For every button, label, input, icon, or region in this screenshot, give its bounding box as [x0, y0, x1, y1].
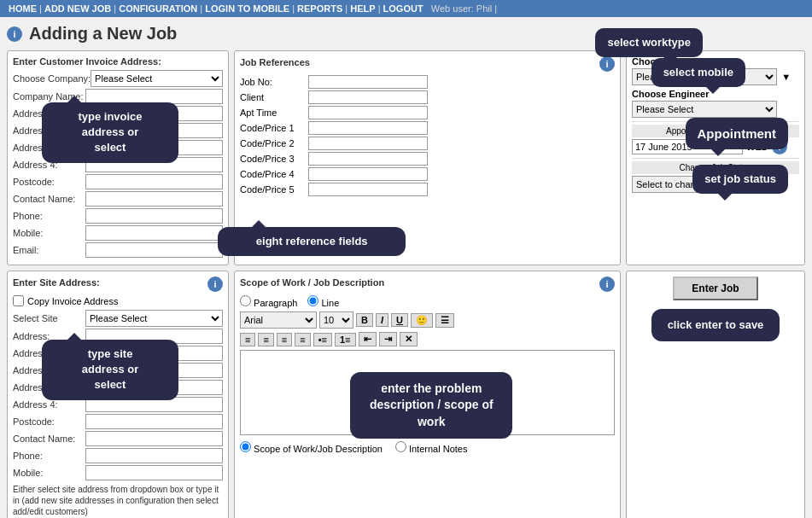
- site-address-panel: Enter Site Address: i Copy Invoice Addre…: [7, 271, 229, 518]
- enter-job-button[interactable]: Enter Job: [673, 276, 758, 300]
- codeprice4-input[interactable]: [308, 167, 428, 181]
- choose-company-select[interactable]: Please Select: [91, 70, 223, 87]
- outdent-button[interactable]: ⇤: [359, 332, 377, 346]
- internal-notes-radio[interactable]: [395, 441, 406, 452]
- codeprice3-input[interactable]: [308, 152, 428, 166]
- callout-worktype: select worktype: [595, 28, 703, 57]
- copy-invoice-label: Copy Invoice Address: [27, 296, 118, 306]
- apt-time-input[interactable]: [308, 106, 428, 119]
- site-contact-label: Contact Name:: [13, 434, 85, 444]
- scope-toolbar-row2: ≡ ≡ ≡ ≡ •≡ 1≡ ⇤ ⇥ ✕: [240, 332, 615, 346]
- scope-panel-title: Scope of Work / Job Description: [240, 277, 384, 288]
- nav-help[interactable]: HELP: [350, 3, 375, 14]
- choose-engineer-select[interactable]: Please Select: [632, 101, 777, 118]
- select-site-row: Select Site Please Select: [13, 310, 223, 327]
- callout-invoice: type invoiceaddress orselect: [42, 102, 178, 163]
- copy-invoice-checkbox[interactable]: [13, 295, 24, 306]
- customer-invoice-panel: Enter Customer Invoice Address: Choose C…: [7, 50, 229, 265]
- font-family-select[interactable]: Arial: [240, 311, 317, 329]
- page-title: Adding a New Job: [29, 24, 177, 44]
- justify-button[interactable]: ≡: [295, 333, 310, 346]
- phone-input[interactable]: [85, 208, 223, 224]
- site-contact-input[interactable]: [85, 431, 223, 446]
- scope-radio-label[interactable]: Scope of Work/Job Description: [240, 441, 383, 454]
- codeprice5-label: Code/Price 5: [240, 184, 308, 195]
- codeprice5-input[interactable]: [308, 183, 428, 196]
- page-info-icon[interactable]: i: [7, 26, 22, 42]
- site-mobile-input[interactable]: [85, 465, 223, 480]
- mobile-input[interactable]: [85, 225, 223, 241]
- contact-name-input[interactable]: [85, 191, 223, 207]
- client-input[interactable]: [308, 90, 428, 104]
- nav-reports[interactable]: REPORTS: [297, 3, 342, 14]
- callout-site: type siteaddress orselect: [42, 340, 178, 400]
- align-left-button[interactable]: ≡: [240, 333, 255, 346]
- scope-toolbar-row1: Arial 10 B I U 🙂 ☰: [240, 311, 615, 329]
- nav-login-mobile[interactable]: LOGIN TO MOBILE: [205, 3, 289, 14]
- email-label: Email:: [13, 245, 85, 255]
- copy-invoice-row: Copy Invoice Address: [13, 295, 223, 306]
- ul-button[interactable]: •≡: [313, 333, 332, 346]
- webuser-name: Phil: [476, 3, 492, 14]
- customer-panel-title: Enter Customer Invoice Address:: [13, 56, 223, 67]
- codeprice2-input[interactable]: [308, 137, 428, 150]
- enter-job-panel: Enter Job click enter to save: [626, 271, 805, 518]
- callout-jobstatus: set job status: [692, 165, 788, 194]
- scope-notes-radios: Scope of Work/Job Description Internal N…: [240, 441, 615, 454]
- choose-company-row: Choose Company: Please Select: [13, 70, 223, 87]
- email-input[interactable]: [85, 242, 223, 258]
- scope-info-icon[interactable]: i: [599, 276, 615, 292]
- mobile-label: Mobile:: [13, 228, 85, 238]
- underline-button[interactable]: U: [391, 313, 408, 327]
- jobno-input[interactable]: [308, 75, 428, 89]
- nav-logout[interactable]: LOGOUT: [383, 3, 424, 14]
- nav-configuration[interactable]: CONFIGURATION: [119, 3, 197, 14]
- clean-button[interactable]: ✕: [400, 332, 418, 346]
- apt-time-label: Apt Time: [240, 108, 308, 118]
- callout-click-save: click enter to save: [651, 309, 780, 341]
- paragraph-radio-label[interactable]: Paragraph: [240, 295, 297, 308]
- line-radio-label[interactable]: Line: [307, 295, 339, 308]
- site-info-icon[interactable]: i: [207, 276, 223, 292]
- client-label: Client: [240, 92, 308, 102]
- nav-home[interactable]: HOME: [9, 3, 37, 14]
- webuser-label: Web user:: [431, 3, 474, 14]
- codeprice1-label: Code/Price 1: [240, 123, 308, 133]
- page-title-bar: i Adding a New Job select worktype selec…: [7, 24, 805, 44]
- emoji-button[interactable]: 🙂: [411, 313, 433, 328]
- align-center-button[interactable]: ≡: [258, 333, 273, 346]
- ol-button[interactable]: 1≡: [335, 333, 356, 346]
- align-right-button[interactable]: ≡: [277, 333, 292, 346]
- site-panel-title: Enter Site Address:: [13, 277, 100, 288]
- site-phone-input[interactable]: [85, 448, 223, 463]
- postcode-input[interactable]: [85, 174, 223, 189]
- callout-scope: enter the problem description / scope of…: [350, 372, 512, 439]
- internal-notes-radio-label[interactable]: Internal Notes: [395, 441, 468, 454]
- callout-eightref: eight reference fields: [218, 227, 406, 256]
- jobrefs-info-icon[interactable]: i: [599, 56, 615, 72]
- codeprice1-input[interactable]: [308, 121, 428, 135]
- line-radio[interactable]: [307, 295, 318, 306]
- select-site-label: Select Site: [13, 313, 85, 323]
- paragraph-radio[interactable]: [240, 295, 251, 306]
- main-grid: Enter Customer Invoice Address: Choose C…: [7, 50, 805, 518]
- callout-mobile: select mobile: [651, 58, 745, 87]
- bold-button[interactable]: B: [356, 313, 373, 327]
- indent-button[interactable]: ⇥: [379, 332, 397, 346]
- codeprice3-label: Code/Price 3: [240, 154, 308, 164]
- font-size-select[interactable]: 10: [319, 311, 353, 329]
- site-postcode-input[interactable]: [85, 414, 223, 429]
- phone-label: Phone:: [13, 211, 85, 221]
- jobrefs-panel-title: Job References: [240, 57, 310, 67]
- postcode-label: Postcode:: [13, 177, 85, 187]
- italic-button[interactable]: I: [376, 313, 388, 327]
- codeprice4-label: Code/Price 4: [240, 169, 308, 179]
- codeprice2-label: Code/Price 2: [240, 138, 308, 148]
- scope-radio[interactable]: [240, 441, 251, 452]
- select-site-select[interactable]: Please Select: [85, 310, 223, 327]
- list-indent-button[interactable]: ☰: [435, 313, 454, 328]
- site-phone-label: Phone:: [13, 451, 85, 461]
- page-container: i Adding a New Job select worktype selec…: [0, 17, 812, 518]
- nav-add-new-job[interactable]: ADD NEW JOB: [44, 3, 111, 14]
- site-postcode-label: Postcode:: [13, 416, 85, 427]
